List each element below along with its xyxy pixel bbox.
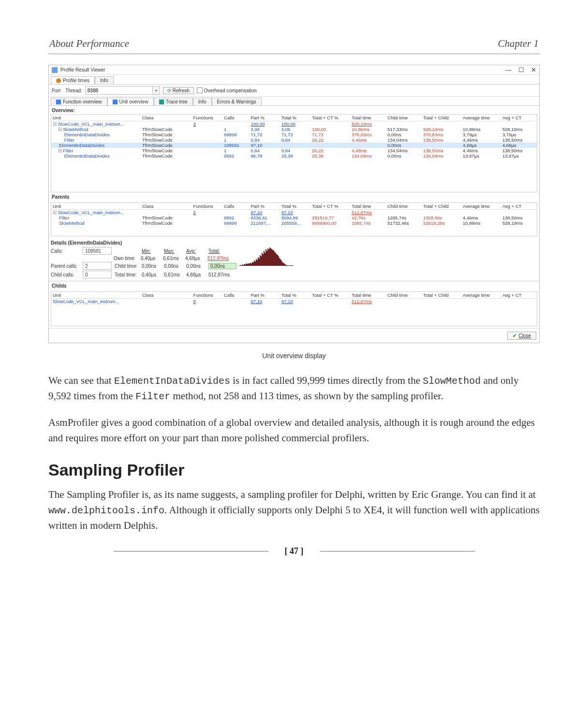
- column-header[interactable]: Total time: [350, 292, 386, 299]
- column-header[interactable]: Unit: [51, 203, 141, 210]
- table-row[interactable]: ⊟ SlowCode_VCL_main_instrum...3100,00100…: [51, 121, 537, 127]
- maximize-icon[interactable]: ☐: [518, 66, 524, 73]
- parents-label: Parents: [49, 192, 539, 201]
- column-header[interactable]: Average time: [461, 292, 501, 299]
- info-label: Info: [198, 99, 206, 104]
- code-url: www.delphitools.info: [48, 505, 164, 516]
- overview-grid: UnitClassFunctionsCallsPart %Total %Tota…: [51, 114, 537, 192]
- column-header[interactable]: Calls: [222, 292, 249, 299]
- grid-icon: [56, 100, 61, 104]
- own-max: 0,61ms: [163, 256, 182, 261]
- thread-input[interactable]: [85, 86, 153, 95]
- child-avg: 0,00ns: [186, 263, 206, 269]
- unit-label: Unit overview: [119, 99, 148, 104]
- tab-profile-label: Profile times: [63, 78, 89, 83]
- table-row[interactable]: ⊟ FilterTfrmSlowCode10,840,8426,224,46ms…: [51, 148, 537, 153]
- overhead-label: Overhead compensation: [204, 88, 257, 93]
- column-header[interactable]: Average time: [461, 203, 501, 210]
- column-header[interactable]: Total + Child: [422, 203, 461, 210]
- check-icon: ✔: [513, 333, 516, 338]
- column-header[interactable]: Total %: [280, 115, 310, 121]
- column-header[interactable]: Part %: [249, 203, 279, 210]
- column-header[interactable]: Class: [141, 292, 192, 299]
- column-header[interactable]: Part %: [249, 292, 279, 299]
- column-header[interactable]: Total + CT %: [310, 115, 350, 121]
- subtabbar: Function overview Unit overview Trace tr…: [49, 97, 539, 106]
- column-header[interactable]: Total time: [350, 203, 386, 210]
- tab-info[interactable]: Info: [95, 76, 114, 84]
- min-label: Min:: [142, 248, 161, 254]
- table-row[interactable]: ⊟ SlowMethodTfrmSlowCode12,062,06100,001…: [51, 127, 537, 132]
- parents-grid: UnitClassFunctionsCallsPart %Total %Tota…: [51, 203, 537, 236]
- tab-errors[interactable]: Errors & Warnings: [212, 98, 262, 105]
- own-avg: 4,68µs: [185, 256, 205, 261]
- column-header[interactable]: Class: [141, 115, 192, 121]
- page-number-wrap: [ 47 ]: [48, 546, 540, 556]
- table-row[interactable]: SlowCode_VCL_main_instrum...097,1097,105…: [51, 299, 537, 304]
- table-row[interactable]: ElementInDataDividesTfrmSlowCode959296,7…: [51, 153, 537, 159]
- table-row[interactable]: SlowMethodTfrmSlowCode99999211697,...205…: [51, 220, 537, 226]
- own-min: 0,40µs: [141, 256, 160, 261]
- page-header-left: About Performance: [49, 38, 129, 50]
- total-avg: 4,68µs: [186, 272, 206, 277]
- column-header[interactable]: Functions: [192, 203, 222, 210]
- table-row[interactable]: ElementInDataDividesTfrmSlowCode10959197…: [51, 143, 537, 148]
- header-rule: [48, 54, 540, 54]
- column-header[interactable]: Class: [141, 203, 192, 210]
- column-header[interactable]: Average time: [461, 115, 501, 121]
- txt: method, not 258 and 113 times, as shown …: [170, 390, 443, 402]
- column-header[interactable]: Avg + CT: [501, 203, 537, 210]
- column-header[interactable]: Unit: [51, 115, 141, 121]
- column-header[interactable]: Functions: [192, 115, 222, 121]
- overhead-checkbox[interactable]: Overhead compensation: [197, 87, 257, 93]
- page-header-right: Chapter 1: [498, 38, 539, 50]
- child-max: 0,00ns: [164, 263, 183, 269]
- close-label: Close: [518, 333, 531, 338]
- column-header[interactable]: Child time: [386, 292, 422, 299]
- close-icon[interactable]: ✕: [531, 66, 536, 73]
- tab-profile-times[interactable]: Profile times: [51, 76, 95, 84]
- table-row[interactable]: FilterTfrmSlowCode10,840,8426,224,46ms13…: [51, 137, 537, 143]
- max-label: Max:: [164, 248, 183, 254]
- column-header[interactable]: Total + Child: [422, 292, 461, 299]
- child-calls-label: Child calls:: [51, 272, 80, 277]
- column-header[interactable]: Total + Child: [422, 115, 461, 121]
- column-header[interactable]: Avg + CT: [501, 115, 537, 121]
- code-elementindatadivides: ElementInDataDivides: [114, 376, 230, 387]
- column-header[interactable]: Child time: [386, 115, 422, 121]
- profile-window: Profile Result Viewer — ☐ ✕ Profile time…: [48, 65, 540, 343]
- refresh-label: Refresh: [173, 88, 190, 93]
- column-header[interactable]: Calls: [222, 203, 249, 210]
- table-row[interactable]: ElementInDataDividesTfrmSlowCode9999971,…: [51, 132, 537, 137]
- tab-unit-overview[interactable]: Unit overview: [107, 98, 154, 105]
- grid-icon: [113, 100, 118, 104]
- refresh-button[interactable]: ⟳ Refresh: [163, 87, 194, 94]
- txt: We can see that: [48, 375, 114, 386]
- minimize-icon[interactable]: —: [505, 66, 512, 73]
- column-header[interactable]: Part %: [249, 115, 279, 121]
- column-header[interactable]: Total time: [350, 115, 386, 121]
- column-header[interactable]: Total + CT %: [310, 203, 350, 210]
- thread-dropdown-icon[interactable]: ▾: [153, 86, 160, 95]
- tab-trace-tree[interactable]: Trace tree: [154, 98, 193, 105]
- tab-function-overview[interactable]: Function overview: [51, 98, 107, 105]
- trace-label: Trace tree: [166, 99, 188, 104]
- clock-icon: [56, 78, 61, 83]
- section-heading: Sampling Profiler: [48, 461, 540, 479]
- column-header[interactable]: Avg + CT: [501, 292, 537, 299]
- figure-caption: Unit overview display: [48, 352, 540, 360]
- calls-label: Calls:: [51, 248, 80, 254]
- tab-info2[interactable]: Info: [193, 98, 212, 105]
- column-header[interactable]: Unit: [51, 292, 141, 299]
- column-header[interactable]: Total %: [280, 203, 310, 210]
- details-panel: Details (ElementInDataDivides) Calls: 10…: [51, 239, 537, 279]
- column-header[interactable]: Total + CT %: [310, 292, 350, 299]
- table-row[interactable]: ⊟ SlowCode_VCL_main_instrum...297,1097,1…: [51, 210, 537, 216]
- column-header[interactable]: Calls: [222, 115, 249, 121]
- refresh-icon: ⟳: [167, 88, 171, 93]
- close-button[interactable]: ✔ Close: [507, 332, 536, 340]
- column-header[interactable]: Child time: [386, 203, 422, 210]
- column-header[interactable]: Functions: [192, 292, 222, 299]
- table-row[interactable]: FilterTfrmSlowCode95928336,618094,892515…: [51, 215, 537, 220]
- column-header[interactable]: Total %: [280, 292, 310, 299]
